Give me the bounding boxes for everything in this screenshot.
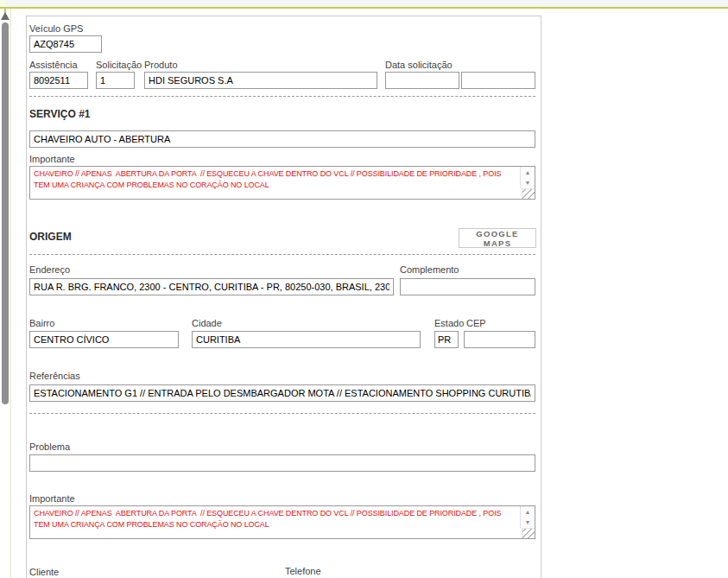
assistance-input[interactable] (29, 72, 88, 89)
district-input[interactable] (29, 331, 179, 348)
state-input[interactable] (434, 331, 459, 348)
origin-heading: ORIGEM (29, 231, 72, 243)
complement-label: Complemento (400, 264, 459, 275)
google-maps-button[interactable]: GOOGLE MAPS (459, 228, 536, 248)
references-label: Referências (29, 371, 80, 381)
textarea-scrollbar[interactable]: ▲ ▼ (520, 167, 535, 188)
important-service-label: Importante (29, 154, 75, 164)
service-order-page: Veículo GPS Assistência Solicitação Prod… (0, 0, 728, 578)
solicitation-input[interactable] (96, 72, 135, 89)
top-accent-corner (0, 0, 5, 7)
section-divider (29, 413, 535, 414)
resize-grip-icon[interactable] (522, 528, 535, 538)
references-input[interactable] (29, 384, 535, 402)
vehicle-gps-input[interactable] (29, 35, 102, 53)
important-service-text: CHAVEIRO // APENAS ABERTURA DA PORTA // … (30, 167, 521, 199)
vehicle-gps-label: Veículo GPS (29, 23, 83, 34)
product-input[interactable] (144, 72, 377, 89)
complement-input[interactable] (400, 278, 535, 295)
accent-bar (0, 7, 728, 9)
request-time-input[interactable] (461, 72, 535, 89)
state-label: Estado (434, 318, 464, 328)
scroll-up-icon[interactable]: ▲ (521, 506, 535, 517)
service-input[interactable] (29, 130, 535, 148)
section-divider (29, 96, 535, 97)
scroll-up-icon[interactable]: ▲ (521, 167, 535, 177)
textarea-scrollbar[interactable]: ▲ ▼ (520, 506, 535, 528)
scroll-up-icon[interactable] (1, 12, 9, 20)
problem-input[interactable] (29, 454, 535, 472)
request-date-input[interactable] (385, 72, 459, 89)
problem-label: Problema (29, 441, 70, 452)
assistance-label: Assistência (29, 60, 78, 70)
top-strip (0, 0, 728, 7)
scroll-down-icon[interactable]: ▼ (521, 177, 535, 187)
section-divider (29, 254, 535, 255)
district-label: Bairro (29, 318, 54, 328)
service-heading: SERVIÇO #1 (29, 108, 90, 120)
request-date-label: Data solicitação (385, 60, 453, 70)
resize-grip-icon[interactable] (522, 188, 535, 199)
form-panel (26, 16, 541, 578)
address-input[interactable] (29, 278, 394, 295)
scroll-down-icon[interactable]: ▼ (521, 517, 535, 527)
important-origin-label: Importante (29, 493, 75, 504)
phone-label: Telefone (285, 566, 321, 576)
vertical-scrollbar-thumb[interactable] (2, 22, 9, 404)
address-label: Endereço (29, 264, 70, 275)
city-label: Cidade (192, 318, 222, 328)
zip-code-input[interactable] (464, 331, 535, 348)
solicitation-label: Solicitação (96, 60, 142, 70)
client-label: Cliente (29, 567, 59, 577)
important-origin-textarea[interactable]: CHAVEIRO // APENAS ABERTURA DA PORTA // … (29, 505, 535, 539)
city-input[interactable] (192, 331, 421, 348)
important-service-textarea[interactable]: CHAVEIRO // APENAS ABERTURA DA PORTA // … (29, 166, 535, 200)
product-label: Produto (144, 60, 178, 70)
zip-code-label: CEP (466, 318, 486, 328)
scrollbar-track-line (10, 9, 11, 578)
important-origin-text: CHAVEIRO // APENAS ABERTURA DA PORTA // … (30, 506, 521, 538)
